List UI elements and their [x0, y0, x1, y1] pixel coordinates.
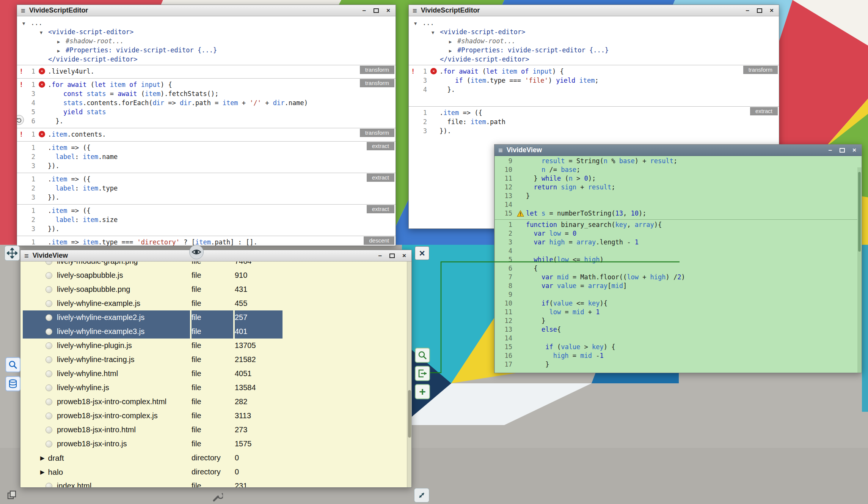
file-row[interactable]: lively-whyline.jsfile13584 [20, 381, 407, 395]
chevron-down-icon[interactable]: ▼ [432, 28, 440, 37]
file-name-cell[interactable]: lively-soapbubble.js [23, 268, 190, 282]
menu-icon[interactable]: ≡ [498, 145, 503, 156]
code-line[interactable]: 10 n /= base; [495, 165, 862, 174]
close-button[interactable]: × [852, 146, 856, 154]
resize-expand-button[interactable] [414, 488, 429, 502]
script-type-chip[interactable]: extract [367, 142, 394, 150]
code-line[interactable]: 3× if (item.type === 'file') yield item; [409, 76, 779, 85]
code-line[interactable]: 4× }. [409, 85, 779, 94]
file-row[interactable]: lively-module-graph.pngfile7464 [20, 261, 407, 268]
code-line[interactable]: 13} [495, 192, 862, 200]
script-type-chip[interactable]: transform [360, 129, 394, 137]
code-line[interactable]: !1×.item.contents. [17, 130, 396, 139]
code-line[interactable]: 5× yield stats [17, 107, 396, 117]
scrollbar-thumb[interactable] [408, 390, 411, 438]
titlebar[interactable]: ≡ VivideView – × [494, 145, 862, 156]
minimize-button[interactable]: – [746, 7, 749, 14]
tree-item[interactable]: ▼<vivide-script-editor> [409, 28, 779, 37]
chevron-down-icon[interactable]: ▼ [22, 19, 31, 28]
titlebar[interactable]: ≡ VivideScriptEditor – × [17, 5, 396, 16]
close-button[interactable]: × [770, 7, 774, 14]
file-name-cell[interactable]: lively-whyline-tracing.js [23, 353, 190, 367]
tree-item[interactable]: ▼<vivide-script-editor> [17, 28, 396, 37]
code-line[interactable]: 3×}). [17, 224, 396, 233]
chevron-down-icon[interactable]: ▼ [40, 28, 48, 37]
code-line[interactable]: 11 low = mid + 1 [495, 308, 862, 317]
code-line[interactable]: 12 } [495, 317, 862, 325]
code-view-body[interactable]: 9 result = String(n % base) + result;10 … [494, 156, 862, 373]
file-name-cell[interactable]: proweb18-jsx-intro.js [23, 437, 190, 451]
chevron-down-icon[interactable]: ▼ [414, 19, 422, 28]
file-row[interactable]: proweb18-jsx-intro-complex.jsfile3113 [20, 409, 407, 423]
code-line[interactable]: 4 [495, 247, 862, 255]
file-row[interactable]: lively-soapbubble.jsfile910 [20, 268, 407, 282]
code-line[interactable]: 15let s = numberToString(13, 10); [495, 209, 862, 218]
code-line[interactable]: 1×.item => item.type === 'directory' ? [… [17, 238, 396, 246]
maximize-button[interactable] [840, 148, 845, 153]
file-name-cell[interactable]: lively-whyline.js [23, 381, 190, 395]
script-type-chip[interactable]: descent [364, 236, 394, 245]
code-line[interactable]: 4× stats.contents.forEach(dir => dir.pat… [17, 98, 396, 107]
add-view-button[interactable]: + [415, 384, 430, 399]
tree-item[interactable]: ▼... [17, 19, 396, 28]
file-row[interactable]: proweb18-jsx-intro-complex.htmlfile282 [20, 395, 407, 409]
file-name-cell[interactable]: ▶halo [23, 465, 190, 479]
code-line[interactable]: 2× label: item.name [17, 152, 396, 161]
inspect-button[interactable] [415, 348, 430, 363]
file-name-cell[interactable]: index.html [23, 479, 190, 487]
code-line[interactable]: 1×.item => ({ [17, 206, 396, 215]
tree-item[interactable]: ▶#Properties: vivide-script-editor {...} [17, 46, 396, 55]
code-line[interactable]: 14 [495, 334, 862, 343]
tree-item[interactable]: ▶#Properties: vivide-script-editor {...} [409, 46, 779, 55]
scrollbar[interactable] [857, 167, 862, 373]
script-type-chip[interactable]: transform [360, 66, 394, 74]
file-row[interactable]: lively-soapbubble.pngfile431 [20, 282, 407, 296]
file-row[interactable]: proweb18-jsx-intro.htmlfile273 [20, 423, 407, 437]
code-line[interactable]: 15 if (value > key) { [495, 343, 862, 351]
file-row[interactable]: proweb18-jsx-intro.jsfile1575 [20, 437, 407, 451]
script-type-chip[interactable]: extract [367, 205, 394, 213]
file-name-cell[interactable]: lively-whyline-example3.js [23, 324, 190, 339]
maximize-button[interactable] [757, 8, 762, 13]
code-line[interactable]: !1×.lively4url. [17, 67, 396, 76]
scrollbar[interactable] [407, 261, 411, 487]
file-row[interactable]: ▶draftdirectory0 [20, 451, 407, 465]
code-line[interactable]: 3×}). [409, 126, 779, 135]
menu-icon[interactable]: ≡ [413, 5, 417, 16]
settings-tool-button[interactable] [211, 490, 224, 502]
code-line[interactable]: 2 var low = 0 [495, 229, 862, 238]
maximize-button[interactable] [389, 254, 395, 258]
expand-directory-icon[interactable]: ▶ [40, 455, 45, 461]
file-name-cell[interactable]: lively-soapbubble.png [23, 282, 190, 296]
code-line[interactable]: 1function binary_search(key, array){ [495, 220, 862, 229]
code-line[interactable]: 17 } [495, 360, 862, 369]
move-handle[interactable] [5, 246, 20, 261]
code-line[interactable]: 7 var mid = Math.floor((low + high) /2) [495, 273, 862, 282]
file-row[interactable]: lively-whyline-plugin.jsfile13705 [20, 339, 407, 353]
tree-item[interactable]: ▼... [409, 19, 779, 28]
code-line[interactable]: 10 if(value <= key){ [495, 299, 862, 308]
code-line[interactable]: !1×.for await (let item of input) { [17, 80, 396, 89]
scrollbar-thumb[interactable] [858, 172, 861, 252]
chevron-right-icon[interactable]: ▶ [449, 38, 457, 46]
minimize-button[interactable]: – [829, 146, 832, 154]
chevron-right-icon[interactable]: ▶ [57, 47, 66, 55]
code-line[interactable]: 8 var value = array[mid] [495, 282, 862, 290]
code-line[interactable]: 1×.item => ({ [409, 108, 779, 117]
file-row[interactable]: lively-whyline.htmlfile4051 [20, 367, 407, 381]
code-line[interactable]: 5 while(low <= high) [495, 255, 862, 264]
code-line[interactable]: 2× file: item.path [409, 117, 779, 126]
code-line[interactable]: 14 [495, 200, 862, 209]
export-target-button[interactable] [415, 366, 430, 381]
tree-item[interactable]: </vivide-script-editor> [409, 55, 779, 63]
copy-window-button[interactable] [5, 488, 19, 502]
titlebar[interactable]: ≡ VivideView – × [20, 250, 411, 261]
code-line[interactable]: !1×.for await (let item of input) { [409, 67, 779, 76]
file-name-cell[interactable]: lively-whyline.html [23, 367, 190, 381]
expand-directory-icon[interactable]: ▶ [40, 469, 45, 476]
code-line[interactable]: 11 } while (n > 0); [495, 174, 862, 183]
data-source-button[interactable] [5, 376, 20, 391]
file-name-cell[interactable]: ▶draft [23, 451, 190, 465]
script-type-chip[interactable]: extract [367, 173, 394, 182]
code-line[interactable]: 3× const stats = await (item).fetchStats… [17, 89, 396, 98]
